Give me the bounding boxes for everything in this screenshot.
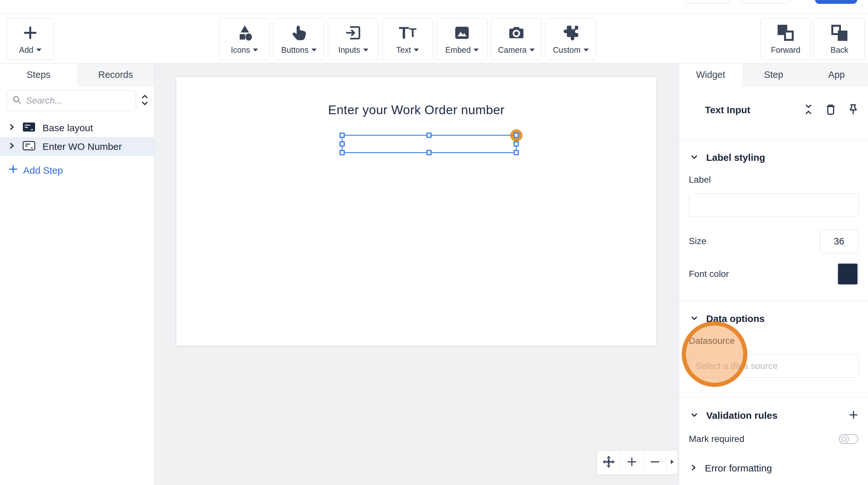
resize-handle-bottom-center[interactable] <box>426 150 432 155</box>
tab-app[interactable]: App <box>805 63 868 86</box>
trash-icon[interactable] <box>826 103 836 117</box>
divider <box>679 139 868 140</box>
add-button[interactable]: Add <box>6 18 54 60</box>
resize-handle-bottom-right[interactable] <box>514 150 519 155</box>
base-layout-icon <box>23 122 35 134</box>
zoom-out-button[interactable] <box>644 451 666 474</box>
section-validation-rules[interactable]: Validation rules <box>690 410 858 421</box>
top-partial-primary-button[interactable] <box>815 0 857 4</box>
sort-steps-icon[interactable] <box>140 93 150 108</box>
puzzle-icon <box>562 24 580 42</box>
tree-item-base-layout[interactable]: Base layout <box>0 119 154 137</box>
pan-button[interactable] <box>597 451 620 474</box>
size-input[interactable] <box>820 229 858 253</box>
resize-handle-top-right[interactable] <box>514 132 519 138</box>
toolbar-icons-label: Icons <box>231 45 250 55</box>
tab-step-label: Step <box>764 69 783 80</box>
chevron-down-icon <box>36 48 41 52</box>
toolbar-camera-label: Camera <box>498 45 527 55</box>
plus-icon <box>23 24 38 42</box>
chevron-right-icon[interactable] <box>8 123 16 134</box>
pin-icon[interactable] <box>848 103 858 117</box>
step-title-text: Enter your Work Order number <box>176 103 656 117</box>
chevron-down-icon <box>584 48 589 52</box>
search-icon <box>12 95 22 106</box>
collapse-icon[interactable] <box>804 103 813 117</box>
datasource-input[interactable] <box>689 354 859 378</box>
chevron-down-icon <box>363 48 368 52</box>
toolbar-custom-label: Custom <box>553 45 580 55</box>
mark-required-toggle[interactable] <box>839 434 858 444</box>
tab-steps[interactable]: Steps <box>0 63 77 86</box>
tree-item-label: Enter WO Number <box>42 141 122 152</box>
mark-required-row: Mark required <box>689 434 858 444</box>
widget-header: Text Input <box>689 102 858 118</box>
font-color-label: Font color <box>689 269 729 279</box>
toolbar-embed-button[interactable]: Embed <box>437 18 487 60</box>
section-title: Error formatting <box>705 463 858 474</box>
section-label-styling[interactable]: Label styling <box>690 152 858 163</box>
step-tree: Base layout Enter WO Number Add Step <box>0 119 154 176</box>
toolbar-icons-button[interactable]: Icons <box>219 18 270 60</box>
tab-widget-label: Widget <box>696 69 725 80</box>
chevron-right-icon[interactable] <box>8 141 16 153</box>
chevron-down-icon <box>690 315 699 323</box>
top-partial-button-2[interactable] <box>740 0 790 4</box>
chevron-down-icon <box>530 48 535 52</box>
input-arrow-icon <box>344 24 362 42</box>
toolbar-inputs-label: Inputs <box>338 45 360 55</box>
canvas-zoom-controls <box>597 450 678 475</box>
resize-handle-middle-right[interactable] <box>514 141 519 147</box>
toolbar-custom-button[interactable]: Custom <box>545 18 596 60</box>
camera-icon <box>507 24 525 42</box>
forward-button[interactable]: Forward <box>760 18 811 60</box>
step-canvas[interactable]: Enter your Work Order number <box>176 77 656 346</box>
tab-steps-label: Steps <box>27 69 51 80</box>
add-button-label: Add <box>19 45 33 55</box>
tree-item-enter-wo-number[interactable]: Enter WO Number <box>0 137 154 156</box>
shapes-icon <box>236 24 253 42</box>
resize-handle-top-left[interactable] <box>339 132 345 138</box>
plus-icon <box>8 164 18 176</box>
selected-text-input-widget[interactable] <box>342 135 517 153</box>
toolbar-text-button[interactable]: TT Text <box>382 18 433 60</box>
toolbar-camera-button[interactable]: Camera <box>491 18 542 60</box>
hand-pointer-icon <box>290 24 307 42</box>
font-color-row: Font color <box>689 263 858 285</box>
label-field-input[interactable] <box>689 193 859 217</box>
steps-sidebar: Steps Records Base layout <box>0 63 154 485</box>
search-box[interactable] <box>6 90 136 111</box>
chevron-down-icon <box>253 48 258 52</box>
add-step-button[interactable]: Add Step <box>8 164 154 176</box>
inspector-panel: Widget Step App Text Input Label styling… <box>679 63 868 485</box>
toolbar-inputs-button[interactable]: Inputs <box>328 18 379 60</box>
top-partial-button-1[interactable] <box>685 0 730 4</box>
section-data-options[interactable]: Data options <box>690 313 858 324</box>
zoom-in-button[interactable] <box>620 451 644 474</box>
chevron-down-icon <box>473 48 479 52</box>
add-rule-icon[interactable] <box>849 410 858 421</box>
widget-type-title: Text Input <box>705 104 804 116</box>
chevron-down-icon <box>311 48 317 52</box>
toolbar-widget-group: Icons Buttons Inputs TT Text Embed <box>219 18 596 60</box>
tab-records[interactable]: Records <box>77 63 154 86</box>
image-icon <box>453 24 471 42</box>
section-error-formatting[interactable]: Error formatting <box>690 463 858 474</box>
section-title: Validation rules <box>706 410 841 421</box>
widget-toolbar: Add Icons Buttons Inputs TT Text <box>0 14 868 63</box>
toggle-knob <box>839 434 849 444</box>
expand-controls-button[interactable] <box>666 451 678 474</box>
chevron-down-icon <box>414 48 419 52</box>
toolbar-buttons-button[interactable]: Buttons <box>274 18 324 60</box>
resize-handle-top-center[interactable] <box>426 132 432 138</box>
back-button[interactable]: Back <box>814 18 865 60</box>
resize-handle-bottom-left[interactable] <box>339 150 345 155</box>
resize-handle-middle-left[interactable] <box>339 141 345 147</box>
sidebar-tabs: Steps Records <box>0 63 154 86</box>
search-input[interactable] <box>26 96 131 106</box>
font-color-swatch[interactable] <box>837 263 858 285</box>
tab-records-label: Records <box>98 69 133 80</box>
label-field-label: Label <box>689 175 858 185</box>
tab-widget[interactable]: Widget <box>679 63 742 86</box>
tab-step[interactable]: Step <box>742 63 805 86</box>
